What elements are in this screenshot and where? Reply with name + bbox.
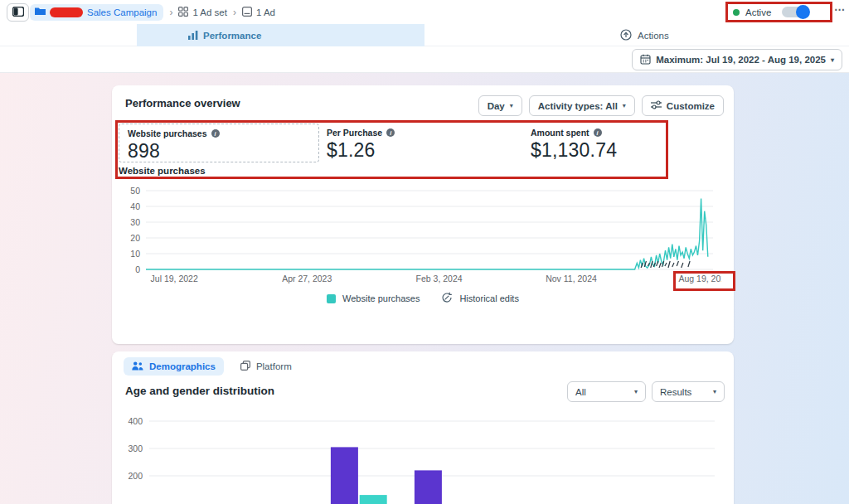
info-icon[interactable]: i	[594, 128, 602, 137]
svg-text:Feb 3, 2024: Feb 3, 2024	[416, 274, 463, 284]
sliders-icon	[651, 100, 662, 111]
metric-amount-spent[interactable]: Amount spent i $1,130.74	[531, 128, 617, 162]
calendar-icon	[640, 54, 651, 66]
breadcrumb-campaign[interactable]: Sales Campaign	[30, 4, 163, 21]
svg-text:200: 200	[128, 471, 143, 481]
breadcrumb-separator: ›	[233, 7, 236, 18]
breadcrumb-separator: ›	[169, 7, 172, 18]
metric-label: Website purchases	[128, 128, 207, 138]
teal-swatch-icon	[327, 294, 336, 303]
date-range-selector[interactable]: Maximum: Jul 19, 2022 - Aug 19, 2025 ▾	[632, 49, 842, 70]
info-icon[interactable]: i	[211, 129, 220, 138]
tab-performance-label: Performance	[203, 31, 261, 41]
svg-text:20: 20	[130, 233, 140, 243]
activity-types-dropdown[interactable]: Activity types: All ▾	[529, 95, 635, 116]
actions-circle-arrow-icon	[620, 29, 632, 42]
breadcrumb-campaign-label: Sales Campaign	[87, 7, 157, 17]
chevron-down-icon: ▾	[831, 56, 834, 64]
metric-website-purchases[interactable]: Website purchases i 898	[119, 124, 319, 162]
breakdown-filter-dropdown[interactable]: All ▾	[567, 381, 646, 402]
date-range-label: Maximum: Jul 19, 2022 - Aug 19, 2025	[656, 55, 826, 65]
ads-manager-screen: Sales Campaign › 1 Ad set › 1 Ad	[0, 0, 849, 504]
historical-edits-icon	[441, 292, 453, 305]
age-gender-title: Age and gender distribution	[125, 385, 274, 397]
metric-label: Per Purchase	[327, 128, 382, 138]
tab-performance[interactable]: Performance	[137, 24, 424, 46]
metric-per-purchase[interactable]: Per Purchase i $1.26	[327, 128, 395, 162]
demographics-card: Demographics Platform Age and gender dis…	[112, 351, 734, 504]
chevron-down-icon: ▾	[713, 388, 716, 395]
chevron-down-icon: ▾	[623, 102, 626, 109]
granularity-dropdown[interactable]: Day ▾	[478, 95, 522, 116]
redacted-account-name	[50, 7, 83, 17]
demographics-tab-bar: Demographics Platform	[124, 357, 297, 376]
chevron-down-icon: ▾	[634, 388, 638, 395]
people-icon	[132, 361, 143, 372]
info-icon[interactable]: i	[386, 128, 395, 137]
date-row: Maximum: Jul 19, 2022 - Aug 19, 2025 ▾	[0, 46, 849, 73]
folder-icon	[35, 7, 46, 17]
adset-grid-icon	[178, 7, 188, 18]
svg-text:300: 300	[128, 443, 143, 453]
campaign-status: Active	[733, 4, 810, 20]
svg-text:Nov 11, 2024: Nov 11, 2024	[546, 274, 597, 284]
top-chrome: Sales Campaign › 1 Ad set › 1 Ad	[0, 0, 849, 73]
svg-text:30: 30	[130, 217, 140, 227]
bar-chart-icon	[188, 28, 198, 43]
breadcrumb-adset-label: 1 Ad set	[192, 7, 227, 17]
svg-text:Aug 19, 2025: Aug 19, 2025	[678, 274, 721, 284]
svg-text:Apr 27, 2023: Apr 27, 2023	[282, 274, 332, 284]
legend-historical-edits[interactable]: Historical edits	[441, 292, 519, 305]
layers-icon	[240, 361, 250, 372]
actions-label: Actions	[638, 31, 669, 41]
actions-button[interactable]: Actions	[620, 24, 669, 46]
overview-controls: Day ▾ Activity types: All ▾ Customize	[478, 95, 724, 116]
breadcrumb-adset[interactable]: 1 Ad set	[178, 7, 227, 18]
svg-text:Jul 19, 2022: Jul 19, 2022	[151, 274, 198, 284]
legend-website-purchases[interactable]: Website purchases	[327, 293, 420, 303]
breadcrumb-ad-label: 1 Ad	[256, 7, 275, 17]
active-toggle[interactable]	[782, 5, 810, 19]
svg-text:0: 0	[135, 264, 140, 274]
svg-text:10: 10	[130, 249, 140, 259]
active-status-label: Active	[745, 7, 771, 17]
tab-demographics[interactable]: Demographics	[124, 357, 224, 376]
svg-text:400: 400	[128, 416, 143, 426]
active-status-dot	[733, 9, 740, 16]
breadcrumb: Sales Campaign › 1 Ad set › 1 Ad	[30, 0, 275, 24]
results-metric-dropdown[interactable]: Results ▾	[652, 381, 725, 402]
sidebar-toggle-icon	[12, 7, 24, 19]
purchases-chart-title: Website purchases	[119, 166, 206, 176]
age-gender-bar-chart: 400300200	[124, 408, 721, 504]
chart-legend: Website purchases Historical edits	[112, 292, 734, 305]
metric-label: Amount spent	[531, 128, 589, 138]
top-bar: Sales Campaign › 1 Ad set › 1 Ad	[0, 0, 849, 24]
ad-frame-icon	[242, 7, 252, 18]
performance-overview-card: Performance overview Day ▾ Activity type…	[112, 85, 734, 344]
metric-value: 898	[128, 140, 310, 162]
svg-text:40: 40	[130, 201, 140, 211]
purchases-line-chart: 01020304050Jul 19, 2022Apr 27, 2023Feb 3…	[124, 184, 721, 293]
customize-button[interactable]: Customize	[642, 95, 724, 116]
more-options-button[interactable]: ⋯	[834, 3, 846, 16]
tab-row: Performance Actions	[0, 24, 849, 46]
metric-value: $1.26	[327, 139, 395, 162]
svg-text:50: 50	[130, 186, 140, 196]
breadcrumb-ad[interactable]: 1 Ad	[242, 7, 275, 18]
tab-platform[interactable]: Platform	[235, 357, 297, 376]
chevron-down-icon: ▾	[510, 102, 513, 109]
sidebar-toggle-button[interactable]	[7, 3, 29, 22]
metric-value: $1,130.74	[531, 139, 617, 162]
performance-overview-title: Performance overview	[125, 97, 240, 109]
